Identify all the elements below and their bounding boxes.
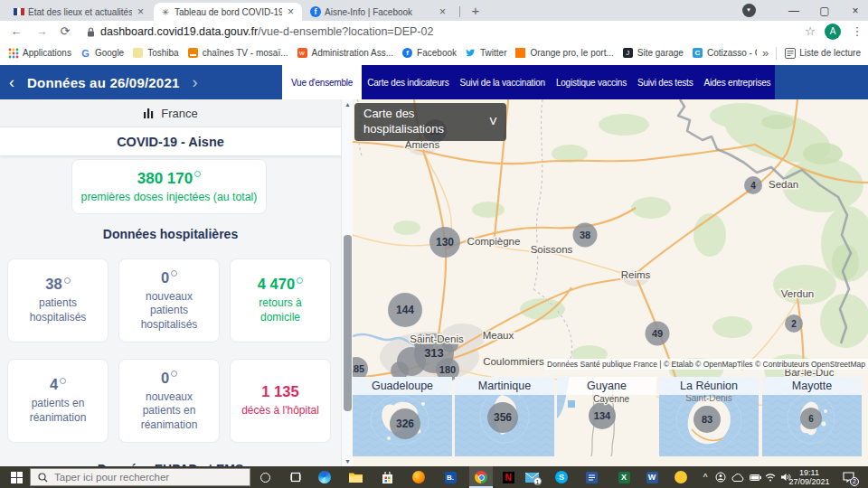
reading-list-icon <box>784 47 796 59</box>
bookmark-administration[interactable]: wAdministration Ass... <box>297 47 394 59</box>
info-icon[interactable] <box>60 378 66 384</box>
territory-tile-martinique[interactable]: 356 Martinique <box>455 377 554 456</box>
city-label: Saint-Denis <box>410 333 464 344</box>
windows-taskbar: B. N 1 S X W ^ 19:1127/09/2021 2 <box>0 466 868 488</box>
chrome-icon[interactable] <box>470 466 492 488</box>
info-icon[interactable] <box>194 171 201 177</box>
browser-tab-3[interactable]: f Aisne-Info | Facebook × <box>304 3 454 21</box>
france-toggle[interactable]: France <box>0 99 341 127</box>
city-label: Meaux <box>483 330 514 341</box>
info-icon[interactable] <box>64 277 71 284</box>
tab-separator <box>459 6 460 17</box>
info-icon[interactable] <box>297 277 303 284</box>
stat-card-nouveaux-hospitalises: 0 nouveaux patients hospitalisés <box>118 258 220 343</box>
close-icon[interactable]: × <box>136 5 146 18</box>
city-label: Cayenne <box>593 394 629 404</box>
start-button[interactable] <box>5 466 27 488</box>
menu-logistique-vaccins[interactable]: Logistique vaccins <box>551 65 632 99</box>
close-window-button[interactable]: × <box>844 0 866 21</box>
reading-list-button[interactable]: Liste de lecture <box>784 47 861 59</box>
menu-suivi-tests[interactable]: Suivi des tests <box>632 65 698 99</box>
microsoft-store-icon[interactable] <box>377 466 397 488</box>
map-layer-dropdown[interactable]: Carte des hospitalisations ˅ <box>354 103 506 141</box>
bookmark-orange-pro[interactable]: Orange pro, le port... <box>514 47 613 59</box>
cortana-icon[interactable] <box>255 466 275 488</box>
netflix-icon[interactable]: N <box>498 466 518 488</box>
scrollbar-thumb[interactable] <box>344 235 352 411</box>
stat-card-nouveaux-reanimation: 0 nouveaux patients en réanimation <box>118 359 220 443</box>
meet-now-icon[interactable] <box>713 466 728 488</box>
territory-tile-guyane[interactable]: 134 Cayenne Guyane <box>557 377 656 456</box>
file-explorer-icon[interactable] <box>345 466 365 488</box>
browser-tab-2-active[interactable]: ✳ Tableau de bord COVID-19 Suivi × <box>154 3 302 21</box>
onenote-icon[interactable] <box>581 466 601 488</box>
territory-tile-mayotte[interactable]: 6 Mayotte <box>762 377 862 456</box>
wifi-icon[interactable] <box>762 466 778 488</box>
menu-aides-entreprises[interactable]: Aides entreprises <box>699 65 777 99</box>
panel-scrollbar[interactable]: ▲ ▼ <box>341 99 353 466</box>
tv-icon <box>187 47 199 59</box>
skype-icon[interactable]: S <box>552 466 571 488</box>
territory-tile-guadeloupe[interactable]: 326 Guadeloupe <box>353 377 452 456</box>
territory-name: La Réunion <box>659 377 759 395</box>
forward-icon[interactable]: → <box>33 23 51 41</box>
browser-tabstrip: État des lieux et actualités - Mini × ✳ … <box>0 0 868 21</box>
bookmark-applications[interactable]: Applications <box>7 47 71 59</box>
bookmarks-overflow[interactable]: » <box>762 46 769 60</box>
info-icon[interactable] <box>171 270 177 277</box>
browser-tab-1[interactable]: État des lieux et actualités - Mini × <box>7 3 152 21</box>
user-avatar-icon[interactable] <box>671 466 691 488</box>
new-tab-button[interactable]: + <box>467 3 485 21</box>
city-label: Soissons <box>531 244 573 255</box>
bookmark-google[interactable]: GGoogle <box>80 47 124 59</box>
bookmark-toshiba[interactable]: Toshiba <box>132 47 178 59</box>
city-label: Reims <box>621 269 651 280</box>
bookmark-star-icon[interactable]: ☆ <box>801 23 819 41</box>
word-icon[interactable]: W <box>642 466 662 488</box>
menu-suivi-vaccination[interactable]: Suivi de la vaccination <box>455 65 551 99</box>
marker-value: 38 <box>580 230 590 240</box>
bookmark-chaines-tv[interactable]: chaînes TV - mosaï... <box>187 47 288 59</box>
tab-title: Tableau de bord COVID-19 Suivi <box>175 7 282 17</box>
close-icon[interactable]: × <box>438 5 448 18</box>
maximize-button[interactable]: ▢ <box>814 0 835 21</box>
next-day-button[interactable]: › <box>192 74 197 90</box>
bookmark-site-garage[interactable]: JSite garage <box>622 47 684 59</box>
onedrive-icon[interactable] <box>730 466 746 488</box>
back-icon[interactable]: ← <box>7 23 25 41</box>
info-icon[interactable] <box>171 371 177 377</box>
reload-icon[interactable]: ⟳ <box>56 23 74 41</box>
menu-vue-densemble[interactable]: Vue d'ensemble <box>282 65 362 99</box>
territory-tile-reunion[interactable]: 83 Saint-Denis La Réunion <box>659 377 759 456</box>
taskbar-search[interactable] <box>30 468 250 486</box>
close-icon[interactable]: × <box>286 5 296 18</box>
firefox-icon[interactable] <box>409 466 429 488</box>
territory-name: Mayotte <box>762 377 862 395</box>
dashboard-menu: Vue d'ensemble Carte des indicateurs Sui… <box>282 65 775 99</box>
bookmark-cotizasso[interactable]: CCotizasso - Collecte... <box>692 47 765 59</box>
task-view-icon[interactable] <box>286 466 306 488</box>
taskbar-clock[interactable]: 19:1127/09/2021 <box>787 468 832 486</box>
previous-day-button[interactable]: ‹ <box>9 74 14 90</box>
menu-carte-indicateurs[interactable]: Carte des indicateurs <box>362 65 454 99</box>
edge-icon[interactable] <box>315 466 335 488</box>
search-input[interactable] <box>54 472 226 483</box>
map-attribution: Données Santé publique France | © Etalab… <box>544 359 868 370</box>
browser-update-icon[interactable]: ▼ <box>741 0 756 21</box>
hospitalisations-map[interactable]: Amiens Compiègne Soissons Reims Verdun M… <box>353 99 868 466</box>
bookmark-twitter[interactable]: Twitter <box>465 47 506 59</box>
tray-expand-icon[interactable]: ^ <box>698 466 712 488</box>
lock-icon <box>87 27 95 37</box>
mail-icon[interactable]: 1 <box>522 466 542 488</box>
battery-icon[interactable] <box>747 466 763 488</box>
city-label: Compiègne <box>467 236 521 247</box>
bookmark-facebook[interactable]: fFacebook <box>401 47 457 59</box>
omnibox[interactable]: dashboard.covid19.data.gouv.fr/vue-d-ens… <box>87 24 433 39</box>
facebook-icon: f <box>401 47 413 59</box>
profile-avatar[interactable]: A <box>825 23 841 40</box>
minimize-button[interactable]: — <box>783 0 805 21</box>
chrome-menu-icon[interactable]: ⋮ <box>848 23 866 41</box>
bing-icon[interactable]: B. <box>440 466 460 488</box>
excel-icon[interactable]: X <box>614 466 634 488</box>
admin-icon: w <box>297 47 308 59</box>
